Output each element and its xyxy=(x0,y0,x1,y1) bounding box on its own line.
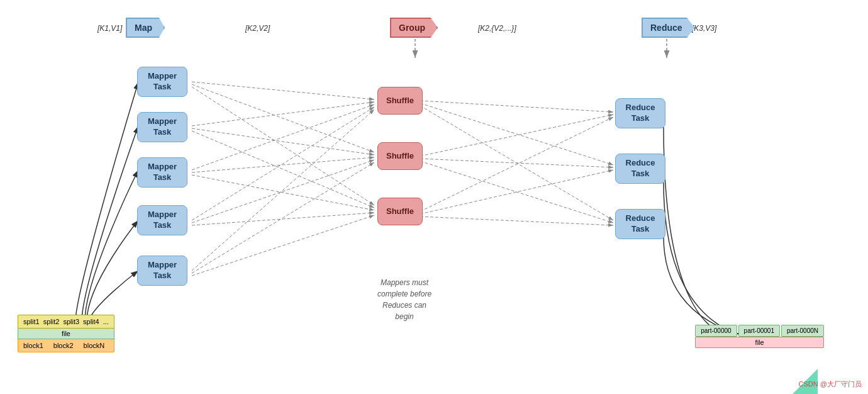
svg-line-27 xyxy=(420,161,613,223)
svg-line-21 xyxy=(420,115,613,156)
svg-line-13 xyxy=(192,175,374,210)
reduce-task-1: ReduceTask xyxy=(615,98,665,128)
reduce-task-3: ReduceTask xyxy=(615,209,665,239)
reduce-task-2: ReduceTask xyxy=(615,154,665,184)
svg-line-18 xyxy=(192,162,374,273)
mapper-task-2: MapperTask xyxy=(137,112,187,142)
map-arrow: Map xyxy=(126,18,165,38)
group-arrow: Group xyxy=(390,18,438,38)
svg-line-8 xyxy=(192,102,374,126)
output-container: part-00000 part-00001 part-0000N file xyxy=(695,325,824,348)
diagram-container: [K1,V1] [K2,V2] [K2,{V2,...}] [K3,V3] Ma… xyxy=(0,0,868,394)
svg-line-9 xyxy=(192,128,374,155)
svg-line-19 xyxy=(192,215,374,276)
part-00001: part-00001 xyxy=(738,325,780,337)
reduce-arrow: Reduce xyxy=(642,18,695,38)
label-k1v1: [K1,V1] xyxy=(97,24,122,33)
note-text: Mappers mustcomplete beforeReduces canbe… xyxy=(377,277,431,322)
svg-line-20 xyxy=(420,101,613,112)
output-parts: part-00000 part-00001 part-0000N xyxy=(695,325,824,337)
label-k2v2: [K2,V2] xyxy=(245,24,270,33)
svg-line-26 xyxy=(420,106,613,220)
output-file-label: file xyxy=(695,337,824,348)
svg-line-23 xyxy=(420,103,613,165)
svg-line-28 xyxy=(420,217,613,225)
mapper-task-3: MapperTask xyxy=(137,157,187,188)
part-0000n: part-0000N xyxy=(781,325,824,337)
shuffle-1: Shuffle xyxy=(377,87,423,115)
svg-line-16 xyxy=(192,213,374,225)
svg-line-22 xyxy=(420,117,613,211)
mapper-task-4: MapperTask xyxy=(137,205,187,235)
mapper-task-1: MapperTask xyxy=(137,67,187,97)
file-blocks: block1 block2 blockN xyxy=(18,339,114,352)
svg-line-11 xyxy=(192,104,374,170)
mapper-task-5: MapperTask xyxy=(137,256,187,286)
svg-line-12 xyxy=(192,157,374,172)
watermark: CSDN @大厂守门员 xyxy=(799,380,862,389)
file-splits: split1 split2 split3 split4 ... xyxy=(18,315,114,329)
shuffle-3: Shuffle xyxy=(377,198,423,225)
shuffle-2: Shuffle xyxy=(377,142,423,170)
file-name: file xyxy=(18,329,114,339)
label-k2v2group: [K2,{V2,...}] xyxy=(478,24,516,33)
file-container: split1 split2 split3 split4 ... file blo… xyxy=(18,315,114,352)
part-00000: part-00000 xyxy=(695,325,737,337)
label-k3v3: [K3,V3] xyxy=(692,24,716,33)
svg-line-6 xyxy=(192,84,374,152)
svg-line-7 xyxy=(192,87,374,205)
svg-line-15 xyxy=(192,160,374,223)
svg-line-14 xyxy=(192,107,374,220)
svg-line-17 xyxy=(192,110,374,271)
svg-line-5 xyxy=(192,82,374,99)
